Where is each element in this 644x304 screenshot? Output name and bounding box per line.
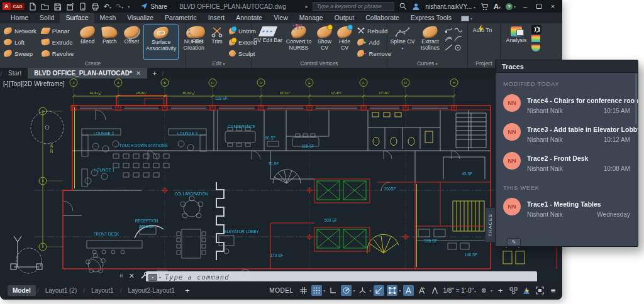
layout-tab-layout2-layout1[interactable]: Layout2-Layout1 <box>123 285 180 296</box>
redo-icon[interactable]: ↷▾ <box>116 3 123 10</box>
autodesk-mark-icon[interactable]: A▾ <box>494 3 501 10</box>
planar-button[interactable]: Planar <box>40 25 75 36</box>
search-flyout-icon[interactable]: ▸ <box>305 4 308 9</box>
mobile-icon[interactable] <box>79 3 87 11</box>
patch-button[interactable]: Patch <box>99 24 119 60</box>
clean-screen-icon[interactable] <box>535 285 545 296</box>
panel-label-curves[interactable]: Curves ▾ <box>387 60 467 68</box>
add-status-plus-icon[interactable]: + <box>495 285 506 296</box>
snap-mode-toggle[interactable] <box>311 285 322 296</box>
traces-panel-header[interactable]: Traces <box>496 60 638 73</box>
auto-trim-button[interactable]: Auto Tri <box>470 24 495 60</box>
ribbon-tab-express-tools[interactable]: Express Tools <box>405 13 457 23</box>
draft-analysis-icon[interactable] <box>531 45 540 52</box>
ribbon-tab-insert[interactable]: Insert <box>203 13 230 23</box>
plot-icon[interactable] <box>91 3 99 11</box>
revolve-button[interactable]: Revolve <box>40 48 75 59</box>
snap-dropdown-icon[interactable]: ▾ <box>323 288 325 293</box>
layout-tab-model[interactable]: Model <box>8 285 36 296</box>
ribbon-tab-home[interactable]: Home <box>5 13 34 23</box>
help-menu[interactable]: ? ▾ <box>506 3 516 10</box>
convert-to-nurbs-button[interactable]: Convert to NURBS <box>284 24 314 60</box>
analysis-button[interactable]: Analysis <box>502 24 530 60</box>
viewport-controls-label[interactable]: [-][Top][2D Wireframe] <box>3 80 65 87</box>
extrude-button[interactable]: Extrude <box>40 36 75 48</box>
minimize-button[interactable]: – <box>521 3 530 10</box>
isometric-drafting-toggle[interactable] <box>357 285 368 296</box>
drag-dots-icon[interactable]: ⠿ <box>119 273 124 279</box>
command-line[interactable]: ▪ ▾ Type a command <box>146 271 537 281</box>
autoscale-toggle[interactable] <box>416 285 427 296</box>
offset-button[interactable]: Offset <box>121 24 142 60</box>
layout-tab-layout1-2-[interactable]: Layout1 (2) <box>40 285 82 296</box>
drawing-canvas[interactable]: 3ABCDEFGH132 14'-6⁹⁄₁₆"18'-4¼"15'-3¹³⁄₁₆… <box>0 79 562 281</box>
sweep-button[interactable]: Sweep <box>2 48 38 59</box>
maximize-button[interactable] <box>535 3 543 10</box>
ribbon-tab-collaborate[interactable]: Collaborate <box>360 13 405 23</box>
qat-customize-icon[interactable]: ▾ <box>128 4 130 9</box>
annotation-scale-icon[interactable] <box>430 285 440 296</box>
hide-cv-button[interactable]: Hide CV <box>335 24 354 60</box>
show-cv-button[interactable]: Show CV <box>315 24 334 60</box>
panel-label-control-vertices[interactable]: Control Vertices <box>252 60 387 68</box>
file-tab-start[interactable]: Start <box>2 68 28 79</box>
ribbon-tab-output[interactable]: Output <box>329 13 360 23</box>
extract-isolines-button[interactable]: Extract Isolines <box>417 24 443 60</box>
annotation-scale-value[interactable]: 1/8" = 1'-0" ▾ <box>443 287 476 294</box>
floor-plan-drawing[interactable]: 3ABCDEFGH132 14'-6⁹⁄₁₆"18'-4¼"15'-3¹³⁄₁₆… <box>0 79 562 281</box>
arc-icon[interactable] <box>454 35 462 42</box>
wave-icon[interactable] <box>454 26 462 33</box>
spline-cv-button[interactable]: Spline CV▾ <box>389 24 416 60</box>
loft-button[interactable]: Loft <box>2 36 38 48</box>
object-snap-toggle[interactable] <box>387 285 397 296</box>
command-icon[interactable]: ▪ <box>148 274 157 281</box>
ortho-toggle[interactable] <box>328 285 338 296</box>
ribbon-tab-mesh[interactable]: Mesh <box>94 13 122 23</box>
undo-icon[interactable]: ↶▾ <box>104 3 111 10</box>
ribbon-tab-visualize[interactable]: Visualize <box>121 13 159 23</box>
trace-item[interactable]: NN Trace3 - Add table in Elevator Lobby … <box>496 119 638 148</box>
object-snap-tracking-toggle[interactable] <box>374 285 384 296</box>
close-tab-icon[interactable]: ✕ <box>136 70 141 77</box>
panel-label-create[interactable]: Create <box>0 60 186 68</box>
gear-dropdown-icon[interactable]: ▾ <box>491 288 492 293</box>
panel-label-edit[interactable]: Edit ▾ <box>186 60 251 68</box>
ribbon-tab-surface[interactable]: Surface <box>60 13 94 23</box>
ribbon-tab-solid[interactable]: Solid <box>34 13 60 23</box>
ribbon-display-toggle[interactable]: ▾ <box>461 16 472 23</box>
signed-in-user[interactable]: nishant.naikVY... ▾ <box>425 3 475 10</box>
zebra-analysis-icon[interactable] <box>531 25 541 34</box>
customization-gear-icon[interactable]: ⚙ <box>479 285 489 296</box>
ribbon-tab-parametric[interactable]: Parametric <box>159 13 203 23</box>
trace-item[interactable]: NN Trace1 - Meeting Tables Nishant NaikW… <box>496 193 638 222</box>
osnap-dropdown-icon[interactable]: ▾ <box>399 288 401 293</box>
blend-curve-icon[interactable] <box>445 26 453 33</box>
iso-dropdown-icon[interactable]: ▾ <box>369 288 371 293</box>
new-drawing-tab-button[interactable]: + <box>147 68 162 79</box>
command-dropdown-icon[interactable]: ▾ <box>159 275 161 280</box>
new-layout-button[interactable]: + <box>181 286 194 295</box>
network-button[interactable]: Network <box>2 25 38 36</box>
app-store-cart-icon[interactable] <box>480 3 489 11</box>
traces-resize-grip[interactable]: ✎ <box>507 238 521 246</box>
line-icon[interactable] <box>445 44 453 51</box>
traces-scrollbar[interactable] <box>635 74 637 124</box>
search-input[interactable] <box>313 2 394 11</box>
ribbon-tab-manage[interactable]: Manage <box>294 13 329 23</box>
ribbon-tab-view[interactable]: View <box>268 13 294 23</box>
grid-display-toggle[interactable] <box>298 285 309 296</box>
layout-tab-layout1[interactable]: Layout1 <box>86 285 119 296</box>
user-icon[interactable] <box>412 3 420 11</box>
blend-button[interactable]: Blend <box>77 24 98 60</box>
autocad-logo[interactable]: A CAD <box>3 3 25 10</box>
circle-cv-icon[interactable] <box>454 44 462 51</box>
trim-button[interactable]: Trim <box>208 24 226 60</box>
open-folder-icon[interactable] <box>41 3 49 11</box>
annotation-visibility-toggle[interactable] <box>403 285 414 296</box>
polar-tracking-toggle[interactable] <box>341 285 352 296</box>
trace-item[interactable]: NN Trace4 - Chairs for conference room N… <box>496 90 638 119</box>
status-menu-icon[interactable]: ≡ <box>548 285 558 296</box>
polar-dropdown-icon[interactable]: ▾ <box>353 288 355 293</box>
offset-curve-icon[interactable] <box>445 35 453 42</box>
command-placeholder[interactable]: Type a command <box>165 273 230 281</box>
